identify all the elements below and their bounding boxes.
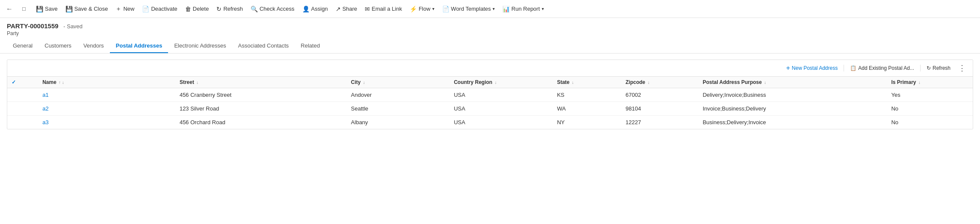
refresh-button[interactable]: ↻ Refresh xyxy=(213,4,246,14)
cell-name: a1 xyxy=(38,88,175,102)
cell-country-region: USA xyxy=(449,102,552,116)
cell-street: 456 Cranberry Street xyxy=(175,88,347,102)
popout-button[interactable]: ⬜︎ xyxy=(18,3,30,15)
word-templates-icon: 📄 xyxy=(442,6,449,12)
sort-purpose-icon: ↓ xyxy=(764,80,766,85)
save-close-button[interactable]: 💾 Save & Close xyxy=(62,4,112,14)
table-header-row: ✓ Name ↑ ↓ Street ↓ City ↓ C xyxy=(7,77,973,88)
cell-is-primary: No xyxy=(887,116,973,129)
add-existing-postal-button[interactable]: 📋 Add Existing Postal Ad... xyxy=(847,63,918,73)
cell-zipcode: 67002 xyxy=(621,88,698,102)
sort-state-icon: ↓ xyxy=(572,80,574,85)
back-button[interactable]: ← xyxy=(3,3,15,15)
row-checkbox-cell[interactable] xyxy=(7,102,38,116)
row-checkbox-cell[interactable] xyxy=(7,116,38,129)
cell-street: 456 Orchard Road xyxy=(175,116,347,129)
cell-street: 123 Silver Road xyxy=(175,102,347,116)
sort-asc-icon: ↑ ↓ xyxy=(59,80,64,85)
tab-customers[interactable]: Customers xyxy=(38,39,77,53)
run-report-icon: 📊 xyxy=(502,6,510,12)
column-header-name[interactable]: Name ↑ ↓ xyxy=(38,77,175,88)
flow-button[interactable]: ⚡ Flow ▾ xyxy=(406,4,437,14)
record-saved-status: - Saved xyxy=(63,23,83,30)
cell-city: Andover xyxy=(347,88,450,102)
column-header-street[interactable]: Street ↓ xyxy=(175,77,347,88)
cell-postal-address-purpose: Business;Delivery;Invoice xyxy=(698,116,887,129)
sort-street-icon: ↓ xyxy=(196,80,198,85)
cell-state: WA xyxy=(553,102,621,116)
share-icon: ↗ xyxy=(336,6,341,12)
tab-postal-addresses[interactable]: Postal Addresses xyxy=(110,39,168,53)
tab-related[interactable]: Related xyxy=(295,39,326,53)
save-icon: 💾 xyxy=(36,6,43,12)
tab-vendors[interactable]: Vendors xyxy=(77,39,110,53)
cell-state: NY xyxy=(553,116,621,129)
name-link[interactable]: a2 xyxy=(42,105,48,112)
deactivate-icon: 📄 xyxy=(142,6,149,12)
record-id: PARTY-00001559 xyxy=(7,22,59,30)
checkmark-icon: ✓ xyxy=(12,79,16,85)
save-close-icon: 💾 xyxy=(65,6,73,12)
column-header-country-region[interactable]: Country Region ↓ xyxy=(449,77,552,88)
deactivate-button[interactable]: 📄 Deactivate xyxy=(139,4,180,14)
tab-general[interactable]: General xyxy=(7,39,38,53)
cell-country-region: USA xyxy=(449,116,552,129)
content-area: + New Postal Address 📋 Add Existing Post… xyxy=(0,54,980,135)
add-existing-icon: 📋 xyxy=(850,65,856,71)
run-report-chevron-icon: ▾ xyxy=(542,6,544,11)
cell-zipcode: 98104 xyxy=(621,102,698,116)
cell-zipcode: 12227 xyxy=(621,116,698,129)
section-refresh-button[interactable]: ↻ Refresh xyxy=(923,63,954,73)
new-icon: ＋ xyxy=(115,5,121,13)
assign-icon: 👤 xyxy=(302,6,310,12)
tabs: General Customers Vendors Postal Address… xyxy=(0,39,980,54)
toolbar: ← ⬜︎ 💾 Save 💾 Save & Close ＋ New 📄 Deact… xyxy=(0,0,980,18)
email-link-button[interactable]: ✉ Email a Link xyxy=(361,4,405,14)
sort-primary-icon: ↓ xyxy=(918,80,921,85)
tab-electronic-addresses[interactable]: Electronic Addresses xyxy=(168,39,232,53)
sort-country-icon: ↓ xyxy=(495,80,497,85)
delete-icon: 🗑 xyxy=(185,6,191,12)
column-header-zipcode[interactable]: Zipcode ↓ xyxy=(621,77,698,88)
plus-icon: + xyxy=(786,64,790,72)
sort-zip-icon: ↓ xyxy=(647,80,649,85)
check-access-button[interactable]: 🔍 Check Access xyxy=(247,4,298,14)
word-templates-button[interactable]: 📄 Word Templates ▾ xyxy=(439,4,498,14)
record-header: PARTY-00001559 - Saved Party xyxy=(0,18,980,39)
tab-associated-contacts[interactable]: Associated Contacts xyxy=(232,39,295,53)
section-separator-2 xyxy=(920,65,921,72)
cell-city: Seattle xyxy=(347,102,450,116)
flow-icon: ⚡ xyxy=(410,6,417,12)
column-header-city[interactable]: City ↓ xyxy=(347,77,450,88)
new-button[interactable]: ＋ New xyxy=(112,3,138,15)
postal-addresses-section: + New Postal Address 📋 Add Existing Post… xyxy=(7,60,973,129)
cell-name: a2 xyxy=(38,102,175,116)
column-header-postal-address-purpose[interactable]: Postal Address Purpose ↓ xyxy=(698,77,887,88)
share-button[interactable]: ↗ Share xyxy=(332,4,361,14)
flow-chevron-icon: ▾ xyxy=(432,6,434,11)
table-row: a3 456 Orchard Road Albany USA NY 12227 … xyxy=(7,116,973,129)
section-toolbar: + New Postal Address 📋 Add Existing Post… xyxy=(7,60,973,77)
postal-addresses-table: ✓ Name ↑ ↓ Street ↓ City ↓ C xyxy=(7,77,973,129)
assign-button[interactable]: 👤 Assign xyxy=(299,4,331,14)
nav-back: ← ⬜︎ xyxy=(3,3,30,15)
column-header-state[interactable]: State ↓ xyxy=(553,77,621,88)
more-options-button[interactable]: ⋮ xyxy=(956,63,968,74)
cell-state: KS xyxy=(553,88,621,102)
save-button[interactable]: 💾 Save xyxy=(32,4,61,14)
section-separator-1 xyxy=(844,65,844,72)
run-report-button[interactable]: 📊 Run Report ▾ xyxy=(499,4,547,14)
cell-is-primary: Yes xyxy=(887,88,973,102)
row-checkbox-cell[interactable] xyxy=(7,88,38,102)
name-link[interactable]: a3 xyxy=(42,119,48,125)
column-header-is-primary[interactable]: Is Primary ↓ xyxy=(887,77,973,88)
cell-name: a3 xyxy=(38,116,175,129)
new-postal-address-button[interactable]: + New Postal Address xyxy=(782,63,841,74)
select-all-header[interactable]: ✓ xyxy=(7,77,38,88)
sort-city-icon: ↓ xyxy=(363,80,365,85)
name-link[interactable]: a1 xyxy=(42,92,48,98)
table-row: a2 123 Silver Road Seattle USA WA 98104 … xyxy=(7,102,973,116)
delete-button[interactable]: 🗑 Delete xyxy=(182,4,213,14)
cell-country-region: USA xyxy=(449,88,552,102)
cell-postal-address-purpose: Delivery;Invoice;Business xyxy=(698,88,887,102)
